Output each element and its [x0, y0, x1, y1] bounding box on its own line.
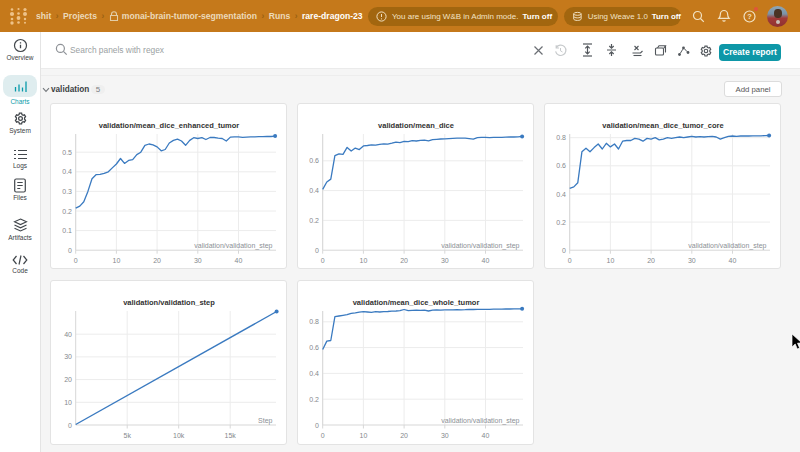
- svg-text:40: 40: [729, 256, 737, 263]
- svg-text:0.6: 0.6: [309, 344, 319, 351]
- svg-text:20: 20: [64, 376, 72, 383]
- svg-text:5k: 5k: [123, 431, 131, 438]
- svg-text:validation/mean_dice: validation/mean_dice: [378, 121, 454, 130]
- svg-text:10k: 10k: [173, 431, 185, 438]
- svg-text:0: 0: [568, 256, 572, 263]
- svg-text:0.2: 0.2: [309, 395, 319, 402]
- svg-text:20: 20: [400, 431, 408, 438]
- svg-text:30: 30: [194, 256, 202, 263]
- svg-text:0.2: 0.2: [309, 216, 319, 223]
- svg-text:30: 30: [64, 353, 72, 360]
- svg-text:10: 10: [360, 431, 368, 438]
- svg-text:0.6: 0.6: [556, 162, 566, 169]
- svg-text:0: 0: [315, 421, 319, 428]
- svg-text:0.5: 0.5: [62, 148, 72, 155]
- svg-text:0.1: 0.1: [62, 227, 72, 234]
- svg-text:40: 40: [235, 256, 243, 263]
- svg-text:15k: 15k: [225, 431, 237, 438]
- svg-text:20: 20: [400, 256, 408, 263]
- svg-text:0: 0: [321, 431, 325, 438]
- svg-text:validation/validation_step: validation/validation_step: [123, 298, 215, 307]
- svg-text:0: 0: [68, 421, 72, 428]
- svg-text:40: 40: [482, 256, 490, 263]
- svg-text:0.8: 0.8: [309, 318, 319, 325]
- svg-text:40: 40: [64, 330, 72, 337]
- svg-text:0.2: 0.2: [556, 218, 566, 225]
- svg-text:10: 10: [113, 256, 121, 263]
- svg-text:20: 20: [153, 256, 161, 263]
- svg-text:40: 40: [482, 431, 490, 438]
- svg-text:0.6: 0.6: [309, 157, 319, 164]
- svg-text:validation/mean_dice_whole_tum: validation/mean_dice_whole_tumor: [353, 298, 480, 307]
- svg-text:30: 30: [688, 256, 696, 263]
- svg-text:validation/validation_step: validation/validation_step: [194, 241, 272, 249]
- svg-text:0: 0: [315, 246, 319, 253]
- svg-text:0.2: 0.2: [62, 207, 72, 214]
- svg-text:10: 10: [64, 398, 72, 405]
- svg-text:0.4: 0.4: [309, 187, 319, 194]
- svg-text:10: 10: [360, 256, 368, 263]
- svg-text:validation/mean_dice_enhanced_: validation/mean_dice_enhanced_tumor: [99, 121, 240, 130]
- svg-text:0.4: 0.4: [62, 168, 72, 175]
- svg-text:20: 20: [647, 256, 655, 263]
- svg-text:0.4: 0.4: [556, 190, 566, 197]
- svg-text:0: 0: [321, 256, 325, 263]
- svg-text:validation/validation_step: validation/validation_step: [441, 241, 519, 249]
- svg-text:validation/validation_step: validation/validation_step: [688, 241, 766, 249]
- svg-text:10: 10: [607, 256, 615, 263]
- svg-text:0.8: 0.8: [556, 134, 566, 141]
- svg-text:0.4: 0.4: [309, 369, 319, 376]
- svg-text:30: 30: [441, 431, 449, 438]
- svg-text:?: ?: [747, 12, 752, 21]
- svg-text:30: 30: [441, 256, 449, 263]
- svg-text:0: 0: [68, 246, 72, 253]
- svg-text:validation/mean_dice_tumor_cor: validation/mean_dice_tumor_core: [602, 121, 723, 130]
- svg-text:0.3: 0.3: [62, 187, 72, 194]
- svg-text:Step: Step: [258, 416, 273, 424]
- svg-text:0: 0: [74, 256, 78, 263]
- svg-text:0: 0: [562, 246, 566, 253]
- svg-text:validation/validation_step: validation/validation_step: [441, 416, 519, 424]
